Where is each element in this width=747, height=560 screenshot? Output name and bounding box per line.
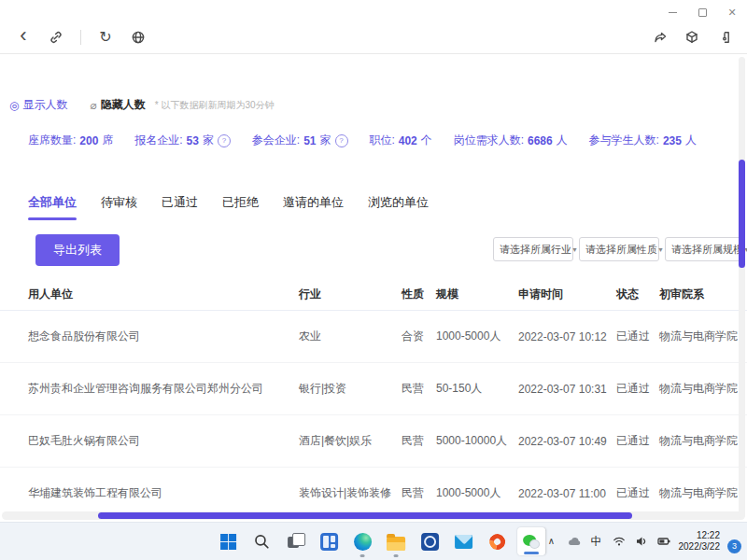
table-row[interactable]: 巴奴毛肚火锅有限公司 酒店|餐饮|娱乐 民营 5000-10000人 2022-… [0,415,747,468]
mail-icon [455,535,472,549]
cell-review-college: 物流与电商学院 [659,381,747,397]
help-icon[interactable]: ? [335,134,348,147]
start-button[interactable] [215,525,241,558]
tab-rejected[interactable]: 已拒绝 [222,194,259,220]
speaker-icon [634,534,649,549]
onedrive-button[interactable] [567,534,582,549]
cell-review-college: 物流与电商学院 [659,329,747,344]
edge-button[interactable] [349,525,375,558]
blue-app-button[interactable] [416,525,443,558]
cell-industry: 酒店|餐饮|娱乐 [299,433,402,449]
vertical-scrollbar[interactable] [739,57,745,518]
export-list-button[interactable]: 导出列表 [35,234,120,266]
scale-filter-select[interactable]: 请选择所属规模 ▼ [665,237,745,261]
back-icon: ‹ [20,25,26,46]
minimize-button[interactable] [667,7,678,18]
col-industry: 行业 [299,287,402,302]
stat-label: 职位: [369,133,394,148]
vertical-scrollbar-thumb[interactable] [739,160,745,268]
cell-employer: 苏州贵和企业管理咨询服务有限公司郑州分公司 [28,381,299,397]
taskbar-search-button[interactable] [248,525,275,558]
show-count-label: 显示人数 [22,97,67,113]
cell-apply-time: 2022-03-07 10:49 [518,435,616,448]
collections-button[interactable] [684,29,700,46]
mail-button[interactable] [450,525,476,558]
col-scale: 规模 [436,287,518,302]
close-button[interactable]: ✕ [726,7,738,18]
cell-apply-time: 2022-03-07 10:31 [518,383,616,396]
tab-approved[interactable]: 已通过 [162,194,198,220]
table-row[interactable]: 想念食品股份有限公司 农业 合资 1000-5000人 2022-03-07 1… [0,311,747,363]
link-button[interactable] [48,29,64,46]
file-explorer-button[interactable] [383,525,409,558]
tab-all-units[interactable]: 全部单位 [28,194,77,220]
hide-count-toggle[interactable]: ⌀ 隐藏人数 * 以下数据刷新周期为30分钟 [90,97,274,113]
nature-filter-label: 请选择所属性质 [585,243,657,257]
help-icon[interactable]: ? [218,134,231,147]
cloud-icon [567,534,582,549]
ime-indicator[interactable]: 中 [589,534,604,549]
cell-scale: 5000-10000人 [436,433,518,449]
running-indicator [394,554,399,557]
volume-button[interactable] [634,534,649,549]
restore-button[interactable] [697,7,708,18]
share-icon [653,30,668,45]
cell-status: 已通过 [616,329,659,344]
folder-icon [387,537,405,551]
clock-time: 12:22 [679,530,721,542]
tray-expand-button[interactable]: ∧ [544,533,559,548]
industry-filter-select[interactable]: 请选择所属行业 ▼ [493,237,573,261]
share-button[interactable] [652,29,669,46]
globe-button[interactable] [130,29,147,46]
horizontal-scrollbar-thumb[interactable] [98,512,632,519]
stat-unit: 人 [557,133,568,148]
cell-review-college: 物流与电商学院 [659,485,747,501]
wechat-button[interactable] [517,527,545,555]
stat-positions: 职位: 402 个 [369,133,431,148]
open-app-button[interactable] [715,29,732,46]
cell-nature: 合资 [402,329,436,344]
cell-employer: 想念食品股份有限公司 [28,329,299,344]
cell-status: 已通过 [616,485,659,501]
cell-employer: 华埔建筑装饰工程有限公司 [28,485,299,501]
task-view-button[interactable] [282,525,308,558]
tab-pending[interactable]: 待审核 [101,194,137,220]
refresh-button[interactable]: ↻ [97,29,114,46]
refresh-icon: ↻ [99,30,111,45]
notification-badge[interactable]: 3 [727,539,741,553]
nature-filter-select[interactable]: 请选择所属性质 ▼ [579,237,659,261]
system-tray: ∧ 中 12: [544,523,742,560]
show-count-toggle[interactable]: ◎ 显示人数 [9,97,67,113]
filter-controls: 请选择所属行业 ▼ 请选择所属性质 ▼ 请选择所属规模 ▼ [493,237,747,261]
office-icon [486,530,508,553]
taskbar-clock[interactable]: 12:22 2022/3/22 [679,530,721,553]
col-status: 状态 [616,287,659,302]
hide-count-label: 隐藏人数 [101,97,146,113]
clock-date: 2022/3/22 [679,541,721,553]
back-button[interactable]: ‹ [15,29,32,46]
widgets-button[interactable] [316,525,342,558]
battery-button[interactable] [656,534,671,549]
actions-row: 导出列表 请选择所属行业 ▼ 请选择所属性质 ▼ 请选择所属规模 ▼ [0,234,747,266]
industry-filter-label: 请选择所属行业 [500,243,571,257]
count-visibility-toggles: ◎ 显示人数 ⌀ 隐藏人数 * 以下数据刷新周期为30分钟 [9,97,275,113]
cell-industry: 银行|投资 [299,381,402,397]
table-row[interactable]: 苏州贵和企业管理咨询服务有限公司郑州分公司 银行|投资 民营 50-150人 2… [0,363,747,415]
office-button[interactable] [484,525,510,558]
windows-logo-icon [220,534,236,550]
stat-unit: 人 [685,133,697,148]
show-icon: ◎ [9,99,19,112]
wifi-button[interactable] [612,534,627,549]
cell-review-college: 物流与电商学院 [659,433,747,449]
stat-attending-companies: 参会企业: 51 家 ? [252,133,348,148]
window-titlebar: ✕ [0,0,747,21]
cell-nature: 民营 [402,485,436,501]
horizontal-scrollbar[interactable] [2,511,745,520]
col-review-college: 初审院系 [659,287,747,302]
tab-invited-units[interactable]: 邀请的单位 [283,194,344,220]
chevron-down-icon: ▼ [657,246,664,253]
stat-unit: 家 [203,133,214,148]
unit-tabs: 全部单位 待审核 已通过 已拒绝 邀请的单位 浏览的单位 [28,194,429,220]
stat-unit: 个 [421,133,432,148]
tab-viewed-units[interactable]: 浏览的单位 [368,194,429,220]
